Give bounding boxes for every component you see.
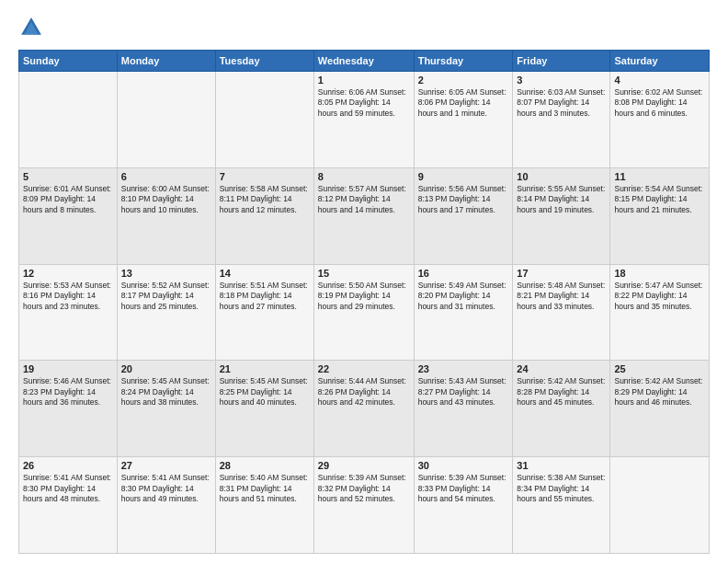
day-number: 19 bbox=[23, 363, 113, 374]
day-number: 24 bbox=[517, 363, 606, 374]
calendar-cell: 14Sunrise: 5:51 AM Sunset: 8:18 PM Dayli… bbox=[215, 264, 313, 361]
day-number: 14 bbox=[220, 268, 310, 279]
day-info: Sunrise: 5:47 AM Sunset: 8:22 PM Dayligh… bbox=[614, 281, 705, 312]
day-number: 29 bbox=[318, 460, 410, 471]
weekday-header-row: SundayMondayTuesdayWednesdayThursdayFrid… bbox=[19, 51, 710, 72]
day-number: 21 bbox=[220, 363, 310, 374]
weekday-thursday: Thursday bbox=[414, 51, 513, 72]
day-number: 10 bbox=[517, 171, 606, 182]
calendar-cell: 10Sunrise: 5:55 AM Sunset: 8:14 PM Dayli… bbox=[513, 167, 610, 264]
day-info: Sunrise: 5:53 AM Sunset: 8:16 PM Dayligh… bbox=[23, 281, 113, 312]
day-info: Sunrise: 5:38 AM Sunset: 8:34 PM Dayligh… bbox=[517, 473, 606, 504]
day-info: Sunrise: 5:39 AM Sunset: 8:33 PM Dayligh… bbox=[418, 473, 509, 504]
calendar-cell: 28Sunrise: 5:40 AM Sunset: 8:31 PM Dayli… bbox=[215, 457, 313, 554]
weekday-wednesday: Wednesday bbox=[313, 51, 414, 72]
day-info: Sunrise: 6:05 AM Sunset: 8:06 PM Dayligh… bbox=[418, 87, 509, 119]
day-info: Sunrise: 5:45 AM Sunset: 8:25 PM Dayligh… bbox=[220, 376, 310, 408]
day-info: Sunrise: 6:02 AM Sunset: 8:08 PM Dayligh… bbox=[614, 87, 705, 119]
calendar-cell: 22Sunrise: 5:44 AM Sunset: 8:26 PM Dayli… bbox=[313, 361, 414, 457]
day-info: Sunrise: 5:55 AM Sunset: 8:14 PM Dayligh… bbox=[517, 184, 606, 215]
weekday-friday: Friday bbox=[513, 51, 610, 72]
calendar-cell: 8Sunrise: 5:57 AM Sunset: 8:12 PM Daylig… bbox=[313, 167, 414, 264]
calendar-cell: 7Sunrise: 5:58 AM Sunset: 8:11 PM Daylig… bbox=[215, 167, 313, 264]
day-number: 17 bbox=[517, 268, 606, 279]
day-number: 25 bbox=[614, 363, 705, 374]
day-number: 7 bbox=[220, 171, 310, 182]
day-number: 12 bbox=[23, 268, 113, 279]
day-info: Sunrise: 5:52 AM Sunset: 8:17 PM Dayligh… bbox=[121, 281, 211, 312]
day-info: Sunrise: 5:40 AM Sunset: 8:31 PM Dayligh… bbox=[220, 473, 310, 504]
day-info: Sunrise: 6:00 AM Sunset: 8:10 PM Dayligh… bbox=[121, 184, 211, 215]
day-number: 11 bbox=[614, 171, 705, 182]
day-info: Sunrise: 5:42 AM Sunset: 8:29 PM Dayligh… bbox=[614, 376, 705, 408]
day-number: 6 bbox=[121, 171, 211, 182]
day-info: Sunrise: 5:43 AM Sunset: 8:27 PM Dayligh… bbox=[418, 376, 509, 408]
day-info: Sunrise: 5:48 AM Sunset: 8:21 PM Dayligh… bbox=[517, 281, 606, 312]
day-info: Sunrise: 5:41 AM Sunset: 8:30 PM Dayligh… bbox=[23, 473, 113, 504]
day-number: 27 bbox=[121, 460, 211, 471]
calendar-cell: 23Sunrise: 5:43 AM Sunset: 8:27 PM Dayli… bbox=[414, 361, 513, 457]
calendar-cell: 27Sunrise: 5:41 AM Sunset: 8:30 PM Dayli… bbox=[117, 457, 215, 554]
logo-icon bbox=[18, 15, 44, 40]
day-number: 4 bbox=[614, 75, 705, 86]
day-number: 8 bbox=[318, 171, 410, 182]
calendar-cell: 5Sunrise: 6:01 AM Sunset: 8:09 PM Daylig… bbox=[19, 167, 118, 264]
day-number: 1 bbox=[318, 75, 410, 86]
day-info: Sunrise: 5:58 AM Sunset: 8:11 PM Dayligh… bbox=[220, 184, 310, 215]
day-info: Sunrise: 5:39 AM Sunset: 8:32 PM Dayligh… bbox=[318, 473, 410, 504]
day-info: Sunrise: 5:44 AM Sunset: 8:26 PM Dayligh… bbox=[318, 376, 410, 408]
calendar-cell bbox=[215, 72, 313, 168]
calendar-cell: 26Sunrise: 5:41 AM Sunset: 8:30 PM Dayli… bbox=[19, 457, 118, 554]
day-number: 9 bbox=[418, 171, 509, 182]
calendar-cell: 25Sunrise: 5:42 AM Sunset: 8:29 PM Dayli… bbox=[610, 361, 710, 457]
day-number: 13 bbox=[121, 268, 211, 279]
weekday-sunday: Sunday bbox=[19, 51, 118, 72]
header bbox=[18, 15, 710, 40]
day-info: Sunrise: 5:56 AM Sunset: 8:13 PM Dayligh… bbox=[418, 184, 509, 215]
day-info: Sunrise: 5:45 AM Sunset: 8:24 PM Dayligh… bbox=[121, 376, 211, 408]
day-number: 5 bbox=[23, 171, 113, 182]
day-info: Sunrise: 5:46 AM Sunset: 8:23 PM Dayligh… bbox=[23, 376, 113, 408]
day-info: Sunrise: 6:03 AM Sunset: 8:07 PM Dayligh… bbox=[517, 87, 606, 119]
calendar-cell: 16Sunrise: 5:49 AM Sunset: 8:20 PM Dayli… bbox=[414, 264, 513, 361]
calendar-week-2: 12Sunrise: 5:53 AM Sunset: 8:16 PM Dayli… bbox=[19, 264, 710, 361]
calendar-cell: 31Sunrise: 5:38 AM Sunset: 8:34 PM Dayli… bbox=[513, 457, 610, 554]
day-info: Sunrise: 5:49 AM Sunset: 8:20 PM Dayligh… bbox=[418, 281, 509, 312]
calendar-cell: 13Sunrise: 5:52 AM Sunset: 8:17 PM Dayli… bbox=[117, 264, 215, 361]
day-number: 26 bbox=[23, 460, 113, 471]
calendar-cell: 3Sunrise: 6:03 AM Sunset: 8:07 PM Daylig… bbox=[513, 72, 610, 168]
calendar-cell bbox=[19, 72, 118, 168]
calendar-week-4: 26Sunrise: 5:41 AM Sunset: 8:30 PM Dayli… bbox=[19, 457, 710, 554]
calendar-week-1: 5Sunrise: 6:01 AM Sunset: 8:09 PM Daylig… bbox=[19, 167, 710, 264]
calendar-cell: 1Sunrise: 6:06 AM Sunset: 8:05 PM Daylig… bbox=[313, 72, 414, 168]
day-number: 31 bbox=[517, 460, 606, 471]
day-info: Sunrise: 5:42 AM Sunset: 8:28 PM Dayligh… bbox=[517, 376, 606, 408]
day-info: Sunrise: 5:54 AM Sunset: 8:15 PM Dayligh… bbox=[614, 184, 705, 215]
day-info: Sunrise: 5:57 AM Sunset: 8:12 PM Dayligh… bbox=[318, 184, 410, 215]
day-number: 20 bbox=[121, 363, 211, 374]
weekday-monday: Monday bbox=[117, 51, 215, 72]
day-number: 3 bbox=[517, 75, 606, 86]
calendar-week-0: 1Sunrise: 6:06 AM Sunset: 8:05 PM Daylig… bbox=[19, 72, 710, 168]
calendar-cell: 24Sunrise: 5:42 AM Sunset: 8:28 PM Dayli… bbox=[513, 361, 610, 457]
day-info: Sunrise: 5:41 AM Sunset: 8:30 PM Dayligh… bbox=[121, 473, 211, 504]
day-number: 18 bbox=[614, 268, 705, 279]
calendar-cell: 2Sunrise: 6:05 AM Sunset: 8:06 PM Daylig… bbox=[414, 72, 513, 168]
calendar-cell: 30Sunrise: 5:39 AM Sunset: 8:33 PM Dayli… bbox=[414, 457, 513, 554]
calendar-cell: 12Sunrise: 5:53 AM Sunset: 8:16 PM Dayli… bbox=[19, 264, 118, 361]
day-number: 30 bbox=[418, 460, 509, 471]
day-info: Sunrise: 6:06 AM Sunset: 8:05 PM Dayligh… bbox=[318, 87, 410, 119]
day-number: 16 bbox=[418, 268, 509, 279]
calendar-cell bbox=[610, 457, 710, 554]
calendar-cell: 29Sunrise: 5:39 AM Sunset: 8:32 PM Dayli… bbox=[313, 457, 414, 554]
day-info: Sunrise: 6:01 AM Sunset: 8:09 PM Dayligh… bbox=[23, 184, 113, 215]
logo bbox=[18, 15, 48, 40]
calendar-week-3: 19Sunrise: 5:46 AM Sunset: 8:23 PM Dayli… bbox=[19, 361, 710, 457]
day-number: 22 bbox=[318, 363, 410, 374]
day-number: 23 bbox=[418, 363, 509, 374]
calendar-cell: 15Sunrise: 5:50 AM Sunset: 8:19 PM Dayli… bbox=[313, 264, 414, 361]
day-number: 28 bbox=[220, 460, 310, 471]
day-info: Sunrise: 5:50 AM Sunset: 8:19 PM Dayligh… bbox=[318, 281, 410, 312]
day-number: 2 bbox=[418, 75, 509, 86]
calendar-cell: 11Sunrise: 5:54 AM Sunset: 8:15 PM Dayli… bbox=[610, 167, 710, 264]
